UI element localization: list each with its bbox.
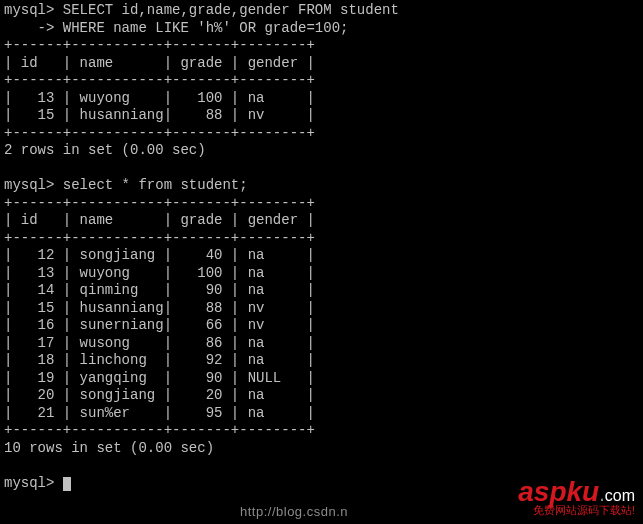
table-row: | 13 | wuyong | 100 | na | bbox=[4, 265, 315, 281]
table-row: | 15 | husanniang| 88 | nv | bbox=[4, 300, 315, 316]
mysql-prompt: mysql> bbox=[4, 2, 63, 18]
table-row: | 17 | wusong | 86 | na | bbox=[4, 335, 315, 351]
watermark-brand: aspku bbox=[518, 476, 599, 507]
table-border: +------+-----------+-------+--------+ bbox=[4, 230, 315, 246]
table-row: | 20 | songjiang | 20 | na | bbox=[4, 387, 315, 403]
table-row: | 16 | sunerniang| 66 | nv | bbox=[4, 317, 315, 333]
table-row: | 15 | husanniang| 88 | nv | bbox=[4, 107, 315, 123]
terminal-output: mysql> SELECT id,name,grade,gender FROM … bbox=[0, 0, 643, 494]
table-border: +------+-----------+-------+--------+ bbox=[4, 195, 315, 211]
table-row: | 14 | qinming | 90 | na | bbox=[4, 282, 315, 298]
watermark-tagline: 免费网站源码下载站! bbox=[518, 504, 635, 518]
table-border: +------+-----------+-------+--------+ bbox=[4, 37, 315, 53]
query-line: select * from student; bbox=[63, 177, 248, 193]
table-border: +------+-----------+-------+--------+ bbox=[4, 72, 315, 88]
table-header: | id | name | grade | gender | bbox=[4, 212, 315, 228]
mysql-prompt: mysql> bbox=[4, 177, 63, 193]
table-row: | 19 | yangqing | 90 | NULL | bbox=[4, 370, 315, 386]
table-border: +------+-----------+-------+--------+ bbox=[4, 422, 315, 438]
table-row: | 13 | wuyong | 100 | na | bbox=[4, 90, 315, 106]
table-border: +------+-----------+-------+--------+ bbox=[4, 125, 315, 141]
watermark-com: com bbox=[605, 487, 635, 504]
query-line: WHERE name LIKE 'h%' OR grade=100; bbox=[63, 20, 349, 36]
continuation-prompt: -> bbox=[4, 20, 63, 36]
mysql-prompt: mysql> bbox=[4, 475, 63, 491]
result-summary: 2 rows in set (0.00 sec) bbox=[4, 142, 206, 158]
cursor[interactable] bbox=[63, 477, 71, 491]
footer-url-fragment: http://blog.csdn.n bbox=[240, 504, 348, 520]
watermark: aspku.com 免费网站源码下载站! bbox=[518, 478, 635, 518]
table-row: | 12 | songjiang | 40 | na | bbox=[4, 247, 315, 263]
query-line: SELECT id,name,grade,gender FROM student bbox=[63, 2, 399, 18]
table-row: | 18 | linchong | 92 | na | bbox=[4, 352, 315, 368]
result-summary: 10 rows in set (0.00 sec) bbox=[4, 440, 214, 456]
table-header: | id | name | grade | gender | bbox=[4, 55, 315, 71]
table-row: | 21 | sun%er | 95 | na | bbox=[4, 405, 315, 421]
